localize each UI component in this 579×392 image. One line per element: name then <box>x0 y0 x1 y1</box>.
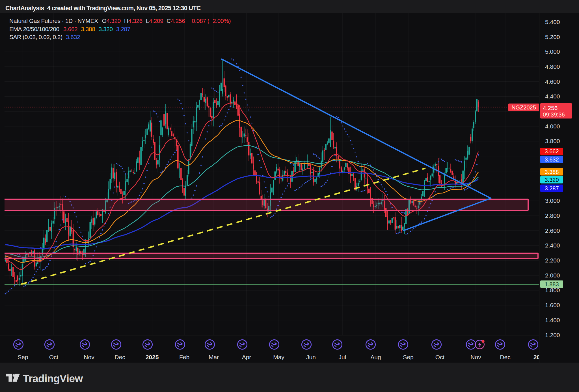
svg-text:3.000: 3.000 <box>545 197 560 204</box>
svg-text:3.800: 3.800 <box>545 138 560 144</box>
svg-text:2025: 2025 <box>146 354 159 360</box>
svg-text:1.400: 1.400 <box>545 317 560 323</box>
svg-text:SAR (0.02, 0.02, 0.2)3.632: SAR (0.02, 0.02, 0.2)3.632 <box>9 34 80 40</box>
svg-text:4.600: 4.600 <box>545 78 560 85</box>
svg-text:5.000: 5.000 <box>545 48 560 55</box>
svg-text:4.256: 4.256 <box>543 105 558 111</box>
svg-text:2.200: 2.200 <box>545 257 560 264</box>
svg-text:Mar: Mar <box>209 354 219 360</box>
svg-text:5.200: 5.200 <box>545 34 560 40</box>
svg-text:1.600: 1.600 <box>545 302 560 308</box>
svg-text:Oct: Oct <box>435 354 445 360</box>
svg-text:4.800: 4.800 <box>545 63 560 70</box>
svg-text:Jul: Jul <box>339 354 346 360</box>
svg-text:3.632: 3.632 <box>545 156 559 163</box>
svg-text:Natural Gas Futures · 1D · NYM: Natural Gas Futures · 1D · NYMEXO4.320H4… <box>9 18 231 24</box>
svg-text:Feb: Feb <box>179 354 189 360</box>
svg-text:Aug: Aug <box>370 354 381 360</box>
svg-text:Jun: Jun <box>306 354 316 360</box>
svg-text:3.320: 3.320 <box>545 177 559 183</box>
svg-text:2.800: 2.800 <box>545 212 560 219</box>
svg-text:5.400: 5.400 <box>545 19 560 25</box>
svg-text:2.400: 2.400 <box>545 242 560 249</box>
svg-text:TradingView: TradingView <box>23 373 83 384</box>
svg-text:Apr: Apr <box>242 354 251 360</box>
svg-text:NGZ2025: NGZ2025 <box>511 104 536 111</box>
svg-text:3.287: 3.287 <box>545 185 559 191</box>
svg-text:4.400: 4.400 <box>545 93 560 100</box>
svg-text:2.600: 2.600 <box>545 227 560 234</box>
svg-text:Nov: Nov <box>470 354 481 360</box>
svg-text:EMA 20/50/100/2003.6623.3883.3: EMA 20/50/100/2003.6623.3883.3203.287 <box>9 26 130 32</box>
svg-text:Dec: Dec <box>500 354 510 360</box>
svg-text:Oct: Oct <box>49 354 59 360</box>
svg-text:Dec: Dec <box>114 354 125 360</box>
svg-text:2.000: 2.000 <box>545 272 560 279</box>
svg-text:1.200: 1.200 <box>545 332 560 338</box>
svg-text:1.883: 1.883 <box>545 281 559 287</box>
svg-text:3.388: 3.388 <box>545 169 559 175</box>
svg-text:09:39:36: 09:39:36 <box>543 111 565 118</box>
svg-text:May: May <box>273 354 284 360</box>
svg-text:Nov: Nov <box>84 354 94 360</box>
svg-text:Sep: Sep <box>18 354 28 360</box>
svg-text:ChartAnalysis_4 created with T: ChartAnalysis_4 created with TradingView… <box>5 5 201 12</box>
svg-text:3.662: 3.662 <box>545 148 559 154</box>
svg-text:1.800: 1.800 <box>545 287 560 293</box>
svg-text:4.000: 4.000 <box>545 123 560 130</box>
svg-text:Sep: Sep <box>403 354 413 360</box>
